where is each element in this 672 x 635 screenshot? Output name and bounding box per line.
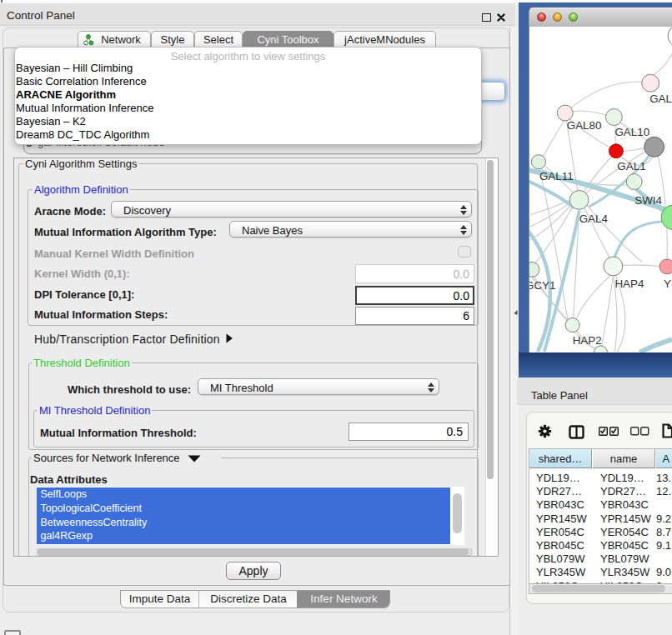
svg-text:GAL4: GAL4 [579,212,609,225]
svg-text:HAP2: HAP2 [573,334,602,347]
svg-text:GAL11: GAL11 [539,170,574,182]
svg-text:GAL2: GAL2 [649,92,672,105]
svg-text:SWI4: SWI4 [634,194,662,207]
svg-text:HAP4: HAP4 [614,278,644,290]
svg-text:GAL1: GAL1 [617,160,645,172]
svg-text:YD: YD [664,278,672,290]
svg-text:GAL80: GAL80 [567,119,602,132]
svg-text:GAL10: GAL10 [614,126,649,138]
svg-text:GCY1: GCY1 [529,279,556,292]
